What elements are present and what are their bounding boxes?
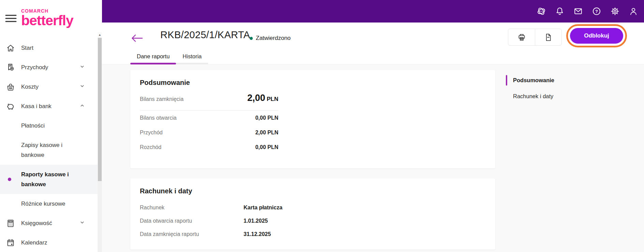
row-value: 2,00 PLN [255,130,278,136]
status-label: Zatwierdzono [256,35,291,42]
envelope-icon [573,6,583,16]
profile-button[interactable] [628,5,639,17]
sidebar: COMARCH betterfly Start Przychody Koszty [0,0,102,252]
active-item-dot [8,178,11,181]
sidebar-item-raporty-kasowe-i-bankowe[interactable]: Raporty kasowe i bankowe [0,165,98,194]
income-row: Przychód 2,00 PLN [140,125,278,140]
opening-balance-row: Bilans otwarcia 0,00 PLN [140,110,278,125]
sidebar-item-ksiegowosc[interactable]: Księgowość [0,213,98,233]
sidebar-nav: Start Przychody Koszty Kasa i bank [0,38,98,252]
open-date-row: Data otwarcia raportu 1.01.2025 [140,214,486,227]
row-label: Data zamknięcia raportu [140,231,244,237]
sidebar-item-label: Kalendarz [21,238,83,248]
account-row: Rachunek Karta płatnicza [140,201,486,214]
back-button[interactable] [131,33,144,44]
row-value: 0,00 PLN [255,144,278,150]
row-value: 31.12.2025 [244,231,271,237]
sidebar-item-label: Różnice kursowe [21,199,83,209]
account-dates-card: Rachunek i daty Rachunek Karta płatnicza… [130,178,495,250]
closing-balance-value: 2,00 PLN [247,93,278,103]
app-logo: COMARCH betterfly [21,8,73,27]
summary-rows: Bilans zamknięcia 2,00 PLN Bilans otwarc… [140,93,278,154]
hamburger-icon [5,14,17,23]
home-icon [6,43,15,53]
page-header: RKB/2025/1/KARTA Zatwierdzono [102,23,644,64]
sidebar-item-przychody[interactable]: Przychody [0,58,98,77]
print-button[interactable] [508,29,535,45]
scrollbar-up-arrow[interactable]: ▲ [98,32,102,38]
highlight-ring: Odblokuj [566,24,627,47]
sidebar-item-kasa-i-bank[interactable]: Kasa i bank [0,97,98,116]
printer-icon [517,33,526,42]
assistant-icon [537,6,546,16]
help-button[interactable]: ? [591,5,602,17]
bell-icon [555,6,565,16]
calculator-icon [6,219,15,228]
page-title: RKB/2025/1/KARTA [160,29,250,41]
notifications-button[interactable] [554,5,566,17]
close-date-row: Data zamknięcia raportu 31.12.2025 [140,227,486,241]
sidebar-item-kalendarz[interactable]: Kalendarz [0,233,98,252]
tab-dane-raportu[interactable]: Dane raportu [130,53,176,64]
sidebar-item-zapisy-kasowe-i-bankowe[interactable]: Zapisy kasowe i bankowe [0,135,98,165]
assistant-button[interactable] [536,5,547,17]
account-dates-card-title: Rachunek i daty [140,187,486,195]
sidebar-item-start[interactable]: Start [0,38,98,58]
chevron-down-icon [78,63,86,72]
sidebar-item-label: Przychody [21,62,83,72]
chevron-down-icon [78,219,86,228]
piggy-bank-icon [6,102,15,111]
sidebar-scrollbar[interactable]: ▲ [98,32,102,252]
status-badge: Zatwierdzono [250,35,291,42]
closing-balance-row: Bilans zamknięcia 2,00 PLN [140,93,278,103]
basket-icon [6,82,15,92]
hamburger-menu-button[interactable] [5,11,17,27]
row-label: Przychód [140,130,163,136]
summary-card: Podsumowanie Bilans zamknięcia 2,00 PLN … [130,70,495,168]
main-content: RKB/2025/1/KARTA Zatwierdzono [102,23,644,252]
summary-card-title: Podsumowanie [140,79,486,87]
top-app-bar: ? [102,0,644,23]
logo-betterfly-text: betterfly [21,14,73,27]
tab-historia[interactable]: Historia [176,53,208,64]
header-action-group [508,29,562,46]
document-button[interactable] [535,29,561,45]
document-icon [544,33,553,42]
row-value: 1.01.2025 [244,218,268,224]
row-value: Karta płatnicza [244,205,282,211]
sidebar-item-koszty[interactable]: Koszty [0,77,98,97]
row-label: Rachunek [140,205,244,211]
sidebar-item-label: Raporty kasowe i bankowe [21,169,83,189]
unlock-button[interactable]: Odblokuj [570,28,623,44]
sidebar-item-label: Kasa i bank [21,101,83,111]
row-label: Rozchód [140,144,161,150]
chevron-down-icon [78,82,86,91]
sidebar-item-label: Koszty [21,82,83,92]
sidebar-item-roznice-kursowe[interactable]: Różnice kursowe [0,194,98,213]
chevron-up-icon [78,102,86,111]
sidebar-item-platnosci[interactable]: Płatności [0,116,98,135]
sidebar-item-label: Księgowość [21,218,83,228]
row-label: Data otwarcia raportu [140,218,244,224]
sidebar-header: COMARCH betterfly [0,0,102,27]
question-mark-icon: ? [592,6,601,16]
person-icon [629,6,638,16]
income-document-icon [6,63,15,72]
sidebar-item-label: Płatności [21,121,83,131]
sidebar-item-label: Zapisy kasowe i bankowe [21,140,83,160]
arrow-left-icon [131,33,144,43]
closing-balance-label: Bilans zamknięcia [140,96,184,102]
scrollbar-thumb[interactable] [98,38,102,181]
gear-icon [610,6,620,16]
tab-bar: Dane raportu Historia [130,53,208,64]
settings-button[interactable] [609,5,621,17]
svg-text:?: ? [595,9,598,14]
sidebar-item-label: Start [21,43,83,53]
messages-button[interactable] [572,5,584,17]
section-nav-podsumowanie[interactable]: Podsumowanie [506,74,554,87]
status-dot-icon [250,37,253,40]
row-label: Bilans otwarcia [140,115,177,121]
account-rows: Rachunek Karta płatnicza Data otwarcia r… [140,201,486,241]
section-nav-rachunek-i-daty[interactable]: Rachunek i daty [506,90,554,103]
expense-row: Rozchód 0,00 PLN [140,140,278,154]
